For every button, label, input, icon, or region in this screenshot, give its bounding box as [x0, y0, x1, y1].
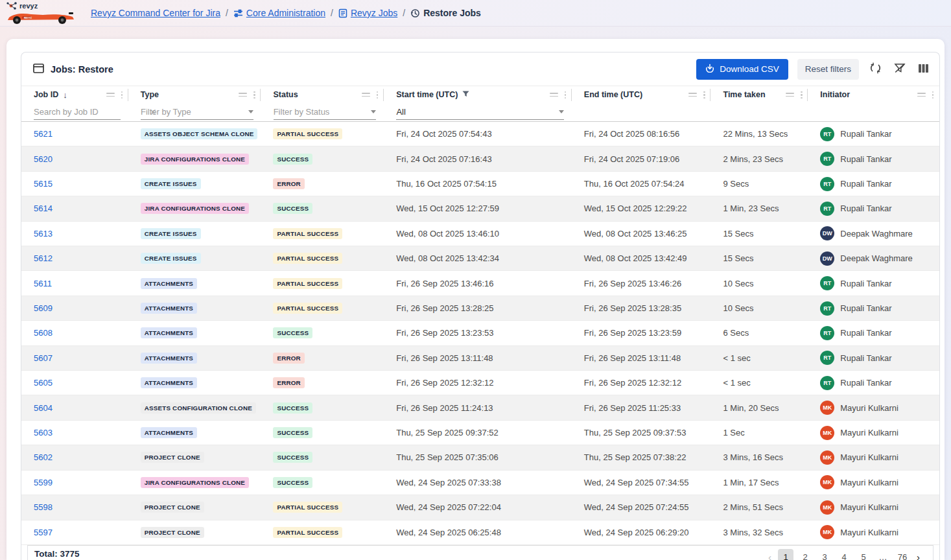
column-drag-handle[interactable] [550, 93, 558, 97]
column-menu-icon[interactable] [799, 91, 804, 99]
table-row[interactable]: 5609ATTACHMENTSPARTIAL SUCCESSFri, 26 Se… [21, 296, 939, 321]
initiator-name: Rupali Tankar [840, 179, 891, 189]
table-row[interactable]: 5608ATTACHMENTSSUCCESSFri, 26 Sep 2025 1… [21, 321, 939, 345]
pagination-page-76[interactable]: 76 [895, 549, 910, 560]
table-row[interactable]: 5621ASSETS OBJECT SCHEMA CLONEPARTIAL SU… [21, 122, 939, 146]
table-row[interactable]: 5612CREATE ISSUESPARTIAL SUCCESSWed, 08 … [21, 246, 939, 271]
column-menu-icon[interactable] [119, 91, 124, 99]
revyz-logo[interactable]: revyz REVYZ [5, 0, 82, 26]
status-cell: ERROR [261, 377, 384, 388]
initiator-avatar: MK [820, 475, 834, 489]
breadcrumb-command-center-link[interactable]: Revyz Command Center for Jira [91, 8, 220, 18]
column-header-initiator[interactable]: Initiator [808, 86, 939, 104]
column-drag-handle[interactable] [106, 93, 115, 97]
job-id-link[interactable]: 5602 [34, 452, 53, 462]
job-id-link[interactable]: 5612 [34, 253, 53, 263]
table-row[interactable]: 5602PROJECT CLONESUCCESSThu, 25 Sep 2025… [21, 445, 939, 470]
panel-title: Jobs: Restore [33, 64, 113, 75]
download-csv-button[interactable]: Download CSV [696, 59, 788, 80]
initiator-name: Mayuri Kulkarni [840, 403, 898, 413]
table-row[interactable]: 5604ASSETS CONFIGURATION CLONESUCCESSFri… [21, 395, 939, 420]
start-time-filter-dropdown[interactable]: All [396, 104, 564, 120]
pagination-page-5[interactable]: 5 [856, 549, 871, 560]
job-id-link[interactable]: 5607 [34, 353, 53, 363]
status-cell: PARTIAL SUCCESS [261, 128, 384, 139]
column-header-type[interactable]: Type [128, 86, 261, 104]
initiator-name: Mayuri Kulkarni [840, 528, 898, 537]
column-header-end-time[interactable]: End time (UTC) [572, 86, 711, 104]
job-id-link[interactable]: 5604 [34, 403, 53, 413]
table-row[interactable]: 5615CREATE ISSUESERRORThu, 16 Oct 2025 0… [21, 172, 939, 196]
table-row[interactable]: 5605ATTACHMENTSERRORFri, 26 Sep 2025 12:… [21, 371, 939, 395]
history-icon [410, 8, 420, 18]
status-badge: SUCCESS [273, 427, 312, 438]
end-time-cell: Thu, 16 Oct 2025 07:54:24 [572, 179, 711, 189]
job-id-link[interactable]: 5608 [34, 328, 53, 338]
table-row[interactable]: 5613CREATE ISSUESPARTIAL SUCCESSWed, 08 … [21, 222, 939, 246]
type-filter-dropdown[interactable]: Filter by Type [141, 104, 253, 120]
column-label-initiator: Initiator [820, 90, 850, 99]
column-menu-icon[interactable] [930, 91, 935, 99]
column-header-status[interactable]: Status [261, 86, 384, 104]
job-id-link[interactable]: 5597 [34, 528, 53, 537]
job-id-link[interactable]: 5613 [34, 229, 53, 239]
column-drag-handle[interactable] [362, 93, 370, 97]
column-header-job-id[interactable]: Job ID ↓ [21, 86, 128, 104]
pagination-page-3[interactable]: 3 [817, 549, 832, 560]
breadcrumb: Revyz Command Center for Jira / Core Adm… [91, 8, 481, 18]
pagination-next-icon[interactable]: › [914, 552, 922, 560]
column-drag-handle[interactable] [239, 93, 247, 97]
job-id-link[interactable]: 5611 [34, 279, 52, 288]
table-row[interactable]: 5599JIRA CONFIGURATIONS CLONESUCCESSWed,… [21, 471, 939, 495]
reset-filters-button[interactable]: Reset filters [797, 59, 859, 80]
filter-cell-type: Filter by Type [128, 104, 261, 121]
job-id-link[interactable]: 5621 [34, 129, 53, 139]
table-row[interactable]: 5598PROJECT CLONEPARTIAL SUCCESSWed, 24 … [21, 495, 939, 520]
time-taken-cell: 3 Mins, 32 Secs [710, 528, 808, 537]
column-menu-icon[interactable] [252, 91, 257, 99]
clear-filter-button[interactable] [892, 61, 908, 77]
job-id-link[interactable]: 5615 [34, 179, 53, 189]
pagination-page-4[interactable]: 4 [836, 549, 852, 560]
breadcrumb-revyz-jobs-link[interactable]: Revyz Jobs [338, 8, 397, 18]
type-cell: PROJECT CLONE [128, 452, 261, 463]
initiator-name: Rupali Tankar [840, 279, 891, 288]
column-menu-icon[interactable] [375, 91, 380, 99]
column-drag-handle[interactable] [786, 93, 794, 97]
table-row[interactable]: 5597PROJECT CLONEPARTIAL SUCCESSWed, 24 … [21, 520, 939, 545]
job-id-link[interactable]: 5614 [34, 204, 53, 213]
table-row[interactable]: 5620JIRA CONFIGURATIONS CLONESUCCESSFri,… [21, 146, 939, 171]
column-drag-handle[interactable] [688, 93, 697, 97]
breadcrumb-revyz-jobs-label: Revyz Jobs [351, 8, 397, 18]
pagination-pages: 12345…76 [778, 549, 910, 560]
column-menu-icon[interactable] [563, 91, 568, 99]
status-filter-dropdown[interactable]: Filter by Status [274, 104, 377, 120]
type-badge: JIRA CONFIGURATIONS CLONE [141, 154, 249, 165]
columns-button[interactable] [917, 62, 930, 76]
column-drag-handle[interactable] [917, 93, 926, 97]
refresh-button[interactable] [868, 61, 883, 77]
job-id-link[interactable]: 5598 [34, 502, 53, 512]
job-id-link[interactable]: 5609 [34, 303, 53, 313]
job-id-link[interactable]: 5605 [34, 378, 53, 388]
job-id-link[interactable]: 5599 [34, 478, 53, 487]
status-cell: ERROR [261, 353, 384, 364]
pagination-prev-icon[interactable]: ‹ [766, 552, 774, 560]
table-row[interactable]: 5607ATTACHMENTSERRORFri, 26 Sep 2025 13:… [21, 346, 939, 371]
table-row[interactable]: 5614JIRA CONFIGURATIONS CLONESUCCESSWed,… [21, 196, 939, 221]
status-cell: PARTIAL SUCCESS [261, 527, 384, 538]
pagination-page-2[interactable]: 2 [797, 549, 813, 560]
table-row[interactable]: 5603ATTACHMENTSSUCCESSThu, 25 Sep 2025 0… [21, 421, 939, 445]
column-header-time-taken[interactable]: Time taken [710, 86, 808, 104]
initiator-name: Rupali Tankar [840, 129, 891, 139]
start-time-cell: Wed, 15 Oct 2025 12:27:59 [384, 204, 572, 213]
job-id-link[interactable]: 5603 [34, 428, 53, 438]
job-id-link[interactable]: 5620 [34, 154, 53, 164]
column-header-start-time[interactable]: Start time (UTC) [384, 86, 572, 104]
column-menu-icon[interactable] [701, 91, 707, 99]
initiator-cell: MKMayuri Kulkarni [808, 450, 939, 465]
table-row[interactable]: 5611ATTACHMENTSPARTIAL SUCCESSFri, 26 Se… [21, 271, 939, 296]
initiator-cell: RTRupali Tankar [808, 127, 939, 141]
pagination-page-1[interactable]: 1 [778, 549, 793, 560]
breadcrumb-core-administration-link[interactable]: Core Administration [233, 8, 325, 18]
